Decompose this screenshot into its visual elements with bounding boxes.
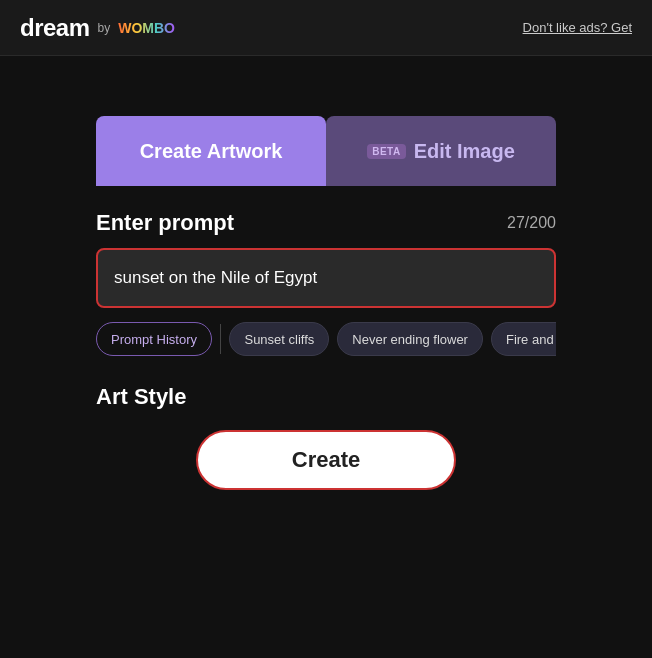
ads-link[interactable]: Don't like ads? Get: [523, 20, 632, 35]
chip-prompt-history[interactable]: Prompt History: [96, 322, 212, 356]
chip-sunset-cliffs-label: Sunset cliffs: [244, 332, 314, 347]
logo-by: by: [98, 21, 111, 35]
tab-bar: Create Artwork BETA Edit Image: [96, 116, 556, 186]
prompt-header: Enter prompt 27/200: [96, 210, 556, 236]
tab-edit-label: Edit Image: [414, 140, 515, 163]
logo-area: dream by WOMBO: [20, 14, 175, 42]
chip-never-ending-flower-label: Never ending flower: [352, 332, 468, 347]
prompt-label: Enter prompt: [96, 210, 234, 236]
create-btn-wrapper: Create: [96, 430, 556, 490]
tab-edit-image[interactable]: BETA Edit Image: [326, 116, 556, 186]
app-header: dream by WOMBO Don't like ads? Get: [0, 0, 652, 56]
prompt-input-wrapper: [96, 248, 556, 308]
chip-divider: [220, 324, 222, 354]
content-area: Enter prompt 27/200 Prompt History Sunse…: [96, 186, 556, 490]
prompt-input[interactable]: [96, 248, 556, 308]
chip-fire-and-label: Fire and w: [506, 332, 556, 347]
beta-badge: BETA: [367, 144, 405, 159]
create-button[interactable]: Create: [196, 430, 456, 490]
create-button-label: Create: [292, 447, 360, 473]
chip-fire-and[interactable]: Fire and w: [491, 322, 556, 356]
chip-sunset-cliffs[interactable]: Sunset cliffs: [229, 322, 329, 356]
art-style-label: Art Style: [96, 384, 556, 410]
main-content: Create Artwork BETA Edit Image Enter pro…: [0, 56, 652, 490]
tab-create-label: Create Artwork: [140, 140, 283, 163]
char-count: 27/200: [507, 214, 556, 232]
chip-never-ending-flower[interactable]: Never ending flower: [337, 322, 483, 356]
chip-history-label: Prompt History: [111, 332, 197, 347]
logo-wombo: WOMBO: [118, 20, 175, 36]
logo-dream: dream: [20, 14, 90, 42]
tab-create-artwork[interactable]: Create Artwork: [96, 116, 326, 186]
chips-row: Prompt History Sunset cliffs Never endin…: [96, 322, 556, 356]
